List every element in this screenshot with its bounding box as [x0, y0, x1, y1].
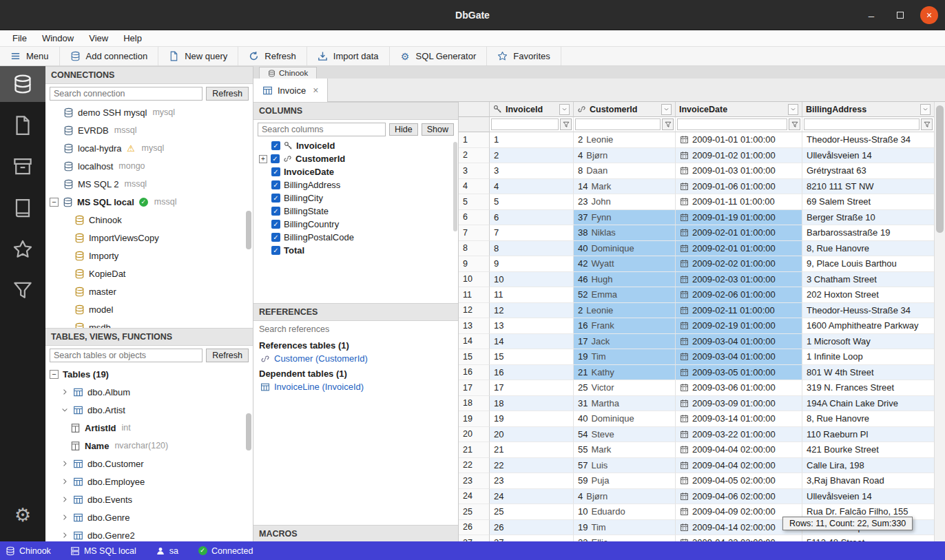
cell-customerid[interactable]: 37Fynn — [574, 210, 676, 226]
cell-invoiceid[interactable]: 22 — [490, 458, 574, 474]
columns-item-invoicedate[interactable]: ✓InvoiceDate — [253, 165, 458, 178]
column-item-name[interactable]: Namenvarchar(120) — [45, 437, 253, 455]
chevron-right-icon[interactable] — [61, 459, 69, 468]
table-item-dbo-employee[interactable]: dbo.Employee — [45, 473, 253, 490]
cell-billingaddress[interactable]: 1600 Amphitheatre Parkway — [802, 318, 935, 334]
cell-billingaddress[interactable]: 5112 48 Street — [802, 535, 935, 541]
database-item-msdb[interactable]: msdb — [45, 318, 253, 328]
cell-billingaddress[interactable]: Barbarossastraße 19 — [802, 225, 935, 241]
cell-invoicedate[interactable]: 2009-04-04 02:00:00 — [676, 458, 802, 474]
checkbox-invoiceid[interactable]: ✓ — [271, 141, 280, 150]
row-header-cell[interactable]: 27 — [459, 535, 490, 541]
checkbox-customerid[interactable]: ✓ — [271, 154, 280, 163]
filter-button-billingaddress[interactable] — [921, 118, 933, 130]
tables-search-input[interactable] — [50, 349, 202, 362]
checkbox-billingaddress[interactable]: ✓ — [271, 180, 280, 189]
rail-settings-button[interactable]: ⚙ — [0, 497, 45, 533]
checkbox-billingpostalcode[interactable]: ✓ — [271, 233, 280, 242]
row-header-cell[interactable]: 2 — [459, 148, 490, 164]
tab-group-chinook[interactable]: Chinook — [259, 67, 317, 79]
collapse-icon[interactable]: − — [50, 370, 59, 379]
row-header-cell[interactable]: 17 — [459, 380, 490, 396]
cell-billingaddress[interactable]: 1 Infinite Loop — [802, 349, 935, 365]
cell-customerid[interactable]: 46Hugh — [574, 272, 676, 288]
columns-item-billingcountry[interactable]: ✓BillingCountry — [253, 218, 458, 231]
cell-invoiceid[interactable]: 6 — [490, 210, 574, 226]
cell-billingaddress[interactable]: Theodor-Heuss-Straße 34 — [802, 303, 935, 319]
row-header-cell[interactable]: 24 — [459, 489, 490, 505]
toolbar-favorites-button[interactable]: Favorites — [487, 47, 561, 65]
toolbar-refresh-button[interactable]: Refresh — [238, 47, 307, 65]
cell-invoicedate[interactable]: 2009-03-04 01:00:00 — [676, 349, 802, 365]
toolbar-add-connection-button[interactable]: Add connection — [60, 47, 159, 65]
cell-billingaddress[interactable]: 110 Raeburn Pl — [802, 427, 935, 443]
cell-customerid[interactable]: 2Leonie — [574, 303, 676, 319]
cell-customerid[interactable]: 23John — [574, 194, 676, 210]
tables-refresh-button[interactable]: Refresh — [206, 349, 249, 362]
cell-billingaddress[interactable]: 8210 111 ST NW — [802, 179, 935, 195]
cell-customerid[interactable]: 2Leonie — [574, 132, 676, 148]
columns-item-billingstate[interactable]: ✓BillingState — [253, 205, 458, 218]
row-header-cell[interactable]: 10 — [459, 272, 490, 288]
table-item-dbo-genre2[interactable]: dbo.Genre2 — [45, 526, 253, 541]
cell-invoicedate[interactable]: 2009-01-02 01:00:00 — [676, 148, 802, 164]
columns-search-input[interactable] — [258, 123, 386, 136]
connections-scrollbar-thumb[interactable] — [246, 211, 251, 249]
cell-invoiceid[interactable]: 16 — [490, 365, 574, 381]
row-header-cell[interactable]: 25 — [459, 504, 490, 520]
cell-invoiceid[interactable]: 18 — [490, 396, 574, 412]
cell-invoiceid[interactable]: 14 — [490, 334, 574, 350]
cell-invoiceid[interactable]: 10 — [490, 272, 574, 288]
cell-customerid[interactable]: 38Niklas — [574, 225, 676, 241]
filter-input-invoiceid[interactable] — [491, 118, 559, 130]
tab-close-icon[interactable]: × — [313, 85, 318, 96]
cell-invoicedate[interactable]: 2009-04-06 02:00:00 — [676, 489, 802, 505]
cell-invoiceid[interactable]: 13 — [490, 318, 574, 334]
column-header-invoicedate[interactable]: InvoiceDate — [676, 102, 802, 117]
cell-customerid[interactable]: 55Mark — [574, 442, 676, 458]
grid-scrollbar-thumb[interactable] — [936, 105, 944, 233]
cell-invoiceid[interactable]: 27 — [490, 535, 574, 541]
cell-invoicedate[interactable]: 2009-01-06 01:00:00 — [676, 179, 802, 195]
cell-invoicedate[interactable]: 2009-04-05 02:00:00 — [676, 473, 802, 489]
cell-invoiceid[interactable]: 15 — [490, 349, 574, 365]
cell-customerid[interactable]: 4Bjørn — [574, 148, 676, 164]
chevron-right-icon[interactable] — [61, 513, 69, 521]
row-header-cell[interactable]: 11 — [459, 287, 490, 303]
row-header-cell[interactable]: 19 — [459, 411, 490, 427]
cell-invoicedate[interactable]: 2009-01-11 01:00:00 — [676, 194, 802, 210]
cell-billingaddress[interactable]: 319 N. Frances Street — [802, 380, 935, 396]
cell-customerid[interactable]: 8Daan — [574, 163, 676, 179]
row-header-cell[interactable]: 26 — [459, 520, 490, 536]
table-item-dbo-customer[interactable]: dbo.Customer — [45, 455, 253, 473]
cell-customerid[interactable]: 10Eduardo — [574, 504, 676, 520]
cell-invoiceid[interactable]: 25 — [490, 504, 574, 520]
row-header-cell[interactable]: 23 — [459, 473, 490, 489]
reference-link-customer-customerid[interactable]: Customer (CustomerId) — [253, 352, 458, 366]
cell-billingaddress[interactable]: 801 W 4th Street — [802, 365, 935, 381]
cell-customerid[interactable]: 42Wyatt — [574, 256, 676, 272]
cell-invoicedate[interactable]: 2009-01-19 01:00:00 — [676, 210, 802, 226]
toolbar-sql-generator-button[interactable]: ⚙SQL Generator — [390, 47, 488, 65]
statusbar-item-connection[interactable]: MS SQL local — [70, 546, 136, 556]
cell-customerid[interactable]: 19Tim — [574, 349, 676, 365]
cell-invoiceid[interactable]: 23 — [490, 473, 574, 489]
cell-customerid[interactable]: 52Emma — [574, 287, 676, 303]
cell-billingaddress[interactable]: 421 Bourke Street — [802, 442, 935, 458]
cell-billingaddress[interactable]: Calle Lira, 198 — [802, 458, 935, 474]
columns-item-billingcity[interactable]: ✓BillingCity — [253, 191, 458, 205]
cell-invoiceid[interactable]: 2 — [490, 148, 574, 164]
tables-root[interactable]: −Tables (19) — [45, 365, 253, 383]
cell-billingaddress[interactable]: 9, Place Louis Barthou — [802, 256, 935, 272]
row-header-cell[interactable]: 7 — [459, 225, 490, 241]
filter-button-invoiceid[interactable] — [560, 118, 572, 130]
row-header-cell[interactable]: 4 — [459, 179, 490, 195]
column-menu-button[interactable] — [788, 104, 798, 115]
checkbox-billingstate[interactable]: ✓ — [271, 207, 280, 216]
cell-billingaddress[interactable]: 3,Raj Bhavan Road — [802, 473, 935, 489]
cell-invoicedate[interactable]: 2009-03-06 01:00:00 — [676, 380, 802, 396]
connection-item-evrdb[interactable]: EVRDBmssql — [45, 121, 253, 139]
cell-invoiceid[interactable]: 1 — [490, 132, 574, 148]
cell-invoicedate[interactable]: 2009-02-19 01:00:00 — [676, 318, 802, 334]
cell-invoiceid[interactable]: 5 — [490, 194, 574, 210]
